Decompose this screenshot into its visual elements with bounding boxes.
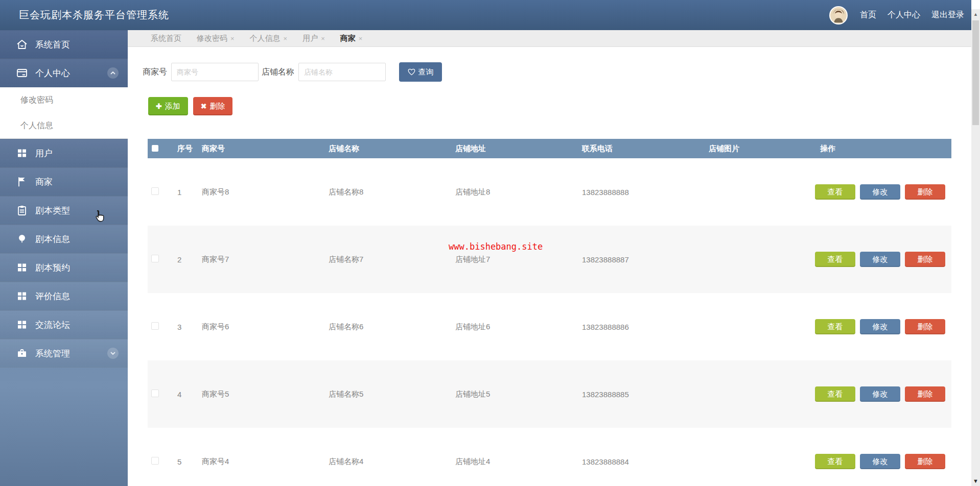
row-checkbox[interactable]: [151, 255, 159, 262]
flag-icon: [15, 175, 29, 188]
column-header-merchant-no: 商家号: [197, 144, 323, 154]
cell-operations: 查看修改删除: [815, 252, 951, 267]
view-button[interactable]: 查看: [815, 184, 855, 200]
delete-row-button[interactable]: 删除: [905, 184, 945, 200]
sidebar-subitem-personal-info[interactable]: 个人信息: [0, 113, 128, 138]
sidebar-item-label: 商家: [35, 176, 53, 188]
avatar[interactable]: [829, 6, 848, 25]
delete-row-button[interactable]: 删除: [905, 252, 945, 267]
nav-home[interactable]: 首页: [860, 10, 876, 20]
sidebar-item-label: 剧本类型: [35, 205, 70, 216]
sidebar-item-label: 剧本预约: [35, 262, 70, 274]
nav-logout[interactable]: 退出登录: [931, 10, 964, 20]
sidebar-subitem-change-password[interactable]: 修改密码: [0, 87, 128, 113]
sidebar-item-label: 剧本信息: [35, 233, 70, 245]
edit-button[interactable]: 修改: [860, 319, 900, 334]
tab-system-home[interactable]: 系统首页: [143, 30, 189, 46]
merchants-table: 序号商家号店铺名称店铺地址联系电话店铺图片操作 1商家号8店铺名称8店铺地址81…: [148, 139, 951, 486]
column-header-phone: 联系电话: [577, 144, 704, 154]
cell-index: 2: [172, 255, 197, 264]
row-checkbox[interactable]: [151, 187, 159, 195]
scroll-down-icon[interactable]: ▼: [971, 477, 980, 485]
delete-row-button[interactable]: 删除: [905, 454, 945, 469]
edit-button[interactable]: 修改: [860, 184, 900, 200]
tab-close-icon[interactable]: ×: [359, 35, 363, 42]
grid-icon: [15, 147, 29, 160]
cell-operations: 查看修改删除: [815, 386, 951, 402]
cell-phone: 13823888885: [577, 390, 704, 399]
tab-merchants[interactable]: 商家×: [333, 30, 370, 46]
chevron-up-icon: [107, 67, 119, 79]
delete-button[interactable]: ✖ 删除: [193, 97, 233, 115]
sidebar-item-system-management[interactable]: 系统管理: [0, 339, 128, 368]
cell-shop-name: 店铺名称8: [323, 187, 450, 197]
tab-label: 个人信息: [250, 34, 281, 43]
sidebar-item-label: 系统首页: [35, 39, 70, 51]
sidebar-item-users[interactable]: 用户: [0, 139, 128, 167]
cell-shop-address: 店铺地址8: [450, 187, 577, 197]
clipboard-icon: [15, 204, 29, 217]
sidebar-item-label: 评价信息: [35, 290, 70, 302]
shop-name-input[interactable]: [298, 63, 386, 81]
scrollbar[interactable]: ▲ ▼: [971, 9, 980, 486]
delete-row-button[interactable]: 删除: [905, 319, 945, 334]
select-all-checkbox[interactable]: [152, 145, 158, 152]
table-row: 2商家号7店铺名称7店铺地址713823888887查看修改删除: [148, 226, 951, 293]
edit-button[interactable]: 修改: [860, 386, 900, 402]
add-button[interactable]: ✚ 添加: [148, 97, 188, 115]
tab-users[interactable]: 用户×: [295, 30, 333, 46]
sidebar-item-forum[interactable]: 交流论坛: [0, 310, 128, 339]
scroll-up-icon[interactable]: ▲: [971, 10, 980, 18]
tab-label: 系统首页: [151, 34, 181, 43]
view-button[interactable]: 查看: [815, 319, 855, 334]
cell-merchant-no: 商家号6: [197, 322, 323, 332]
x-icon: ✖: [201, 102, 207, 110]
cell-shop-address: 店铺地址6: [450, 322, 577, 332]
chevron-down-icon: [107, 348, 119, 359]
main-content: 商家号 店铺名称 查询 ✚ 添加 ✖ 删除 序号商家号店铺名称店铺地: [128, 47, 980, 486]
column-header-index: 序号: [172, 144, 197, 154]
cell-operations: 查看修改删除: [815, 319, 951, 334]
sidebar-item-script-type[interactable]: 剧本类型: [0, 196, 128, 225]
tab-personal-info[interactable]: 个人信息×: [242, 30, 295, 46]
cell-merchant-no: 商家号7: [197, 255, 323, 264]
edit-button[interactable]: 修改: [860, 252, 900, 267]
tab-close-icon[interactable]: ×: [230, 35, 235, 42]
view-button[interactable]: 查看: [815, 386, 855, 402]
sidebar-item-review-info[interactable]: 评价信息: [0, 282, 128, 310]
sidebar-item-personal-center[interactable]: 个人中心: [0, 59, 128, 87]
column-header-shop-address: 店铺地址: [450, 144, 577, 154]
tab-label: 修改密码: [197, 34, 227, 43]
query-button[interactable]: 查询: [399, 62, 442, 82]
delete-row-button[interactable]: 删除: [905, 386, 945, 402]
table-row: 5商家号4店铺名称4店铺地址413823888884查看修改删除: [148, 428, 951, 486]
row-checkbox[interactable]: [151, 322, 159, 330]
tab-label: 用户: [302, 34, 318, 43]
view-button[interactable]: 查看: [815, 454, 855, 469]
view-button[interactable]: 查看: [815, 252, 855, 267]
tab-close-icon[interactable]: ×: [284, 35, 288, 42]
app-header: 巨会玩剧本杀服务平台管理系统 首页 个人中心 退出登录: [0, 0, 971, 30]
edit-button[interactable]: 修改: [860, 454, 900, 469]
grid-icon: [15, 289, 29, 303]
row-checkbox[interactable]: [151, 390, 159, 397]
scrollbar-thumb[interactable]: [972, 20, 979, 125]
sidebar-submenu: 修改密码个人信息: [0, 87, 128, 139]
merchant-no-input[interactable]: [171, 63, 259, 81]
toolbar: ✚ 添加 ✖ 删除: [148, 97, 980, 115]
sidebar-item-script-info[interactable]: 剧本信息: [0, 225, 128, 253]
sidebar-item-script-booking[interactable]: 剧本预约: [0, 253, 128, 282]
tab-change-password[interactable]: 修改密码×: [189, 30, 242, 46]
nav-personal-center[interactable]: 个人中心: [888, 10, 920, 20]
cell-phone: 13823888888: [577, 188, 704, 197]
row-checkbox[interactable]: [151, 457, 159, 465]
cell-operations: 查看修改删除: [815, 184, 951, 200]
cell-shop-name: 店铺名称6: [323, 322, 450, 332]
shop-name-label: 店铺名称: [262, 67, 294, 78]
tab-close-icon[interactable]: ×: [321, 35, 325, 42]
sidebar-item-system-home[interactable]: 系统首页: [0, 30, 128, 59]
sidebar-item-merchants[interactable]: 商家: [0, 167, 128, 196]
plus-icon: ✚: [156, 102, 162, 110]
cell-index: 5: [172, 457, 197, 466]
search-form: 商家号 店铺名称 查询: [143, 62, 980, 82]
